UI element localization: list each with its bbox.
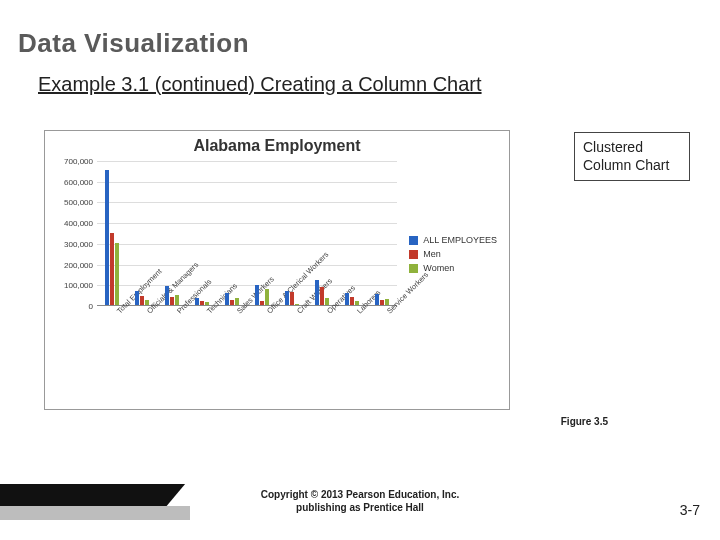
bar-women — [175, 295, 179, 305]
bar-men — [380, 300, 384, 305]
y-tick-label: 200,000 — [64, 260, 93, 269]
legend-label: Women — [423, 263, 454, 273]
bar-all — [345, 293, 349, 305]
subtitle: Example 3.1 (continued) Creating a Colum… — [0, 59, 720, 96]
bar-women — [265, 289, 269, 305]
y-tick-label: 700,000 — [64, 157, 93, 166]
legend-swatch — [409, 264, 418, 273]
grid-line — [97, 244, 397, 245]
bar-all — [195, 298, 199, 305]
page-title: Data Visualization — [0, 0, 720, 59]
bar-all — [375, 294, 379, 305]
y-tick-label: 300,000 — [64, 239, 93, 248]
y-tick-label: 100,000 — [64, 281, 93, 290]
legend-swatch — [409, 250, 418, 259]
callout-label: Clustered Column Chart — [574, 132, 690, 181]
y-tick-label: 0 — [89, 302, 93, 311]
grid-line — [97, 202, 397, 203]
legend-item: Men — [409, 249, 497, 259]
copyright-line2: publishing as Prentice Hall — [296, 502, 424, 513]
plot-area: 0100,000200,000300,000400,000500,000600,… — [97, 161, 397, 306]
legend-swatch — [409, 236, 418, 245]
bar-men — [350, 297, 354, 305]
y-tick-label: 400,000 — [64, 219, 93, 228]
legend-label: ALL EMPLOYEES — [423, 235, 497, 245]
bar-men — [260, 301, 264, 305]
bar-all — [225, 293, 229, 305]
bar-men — [170, 297, 174, 305]
y-tick-label: 500,000 — [64, 198, 93, 207]
bar-men — [200, 301, 204, 305]
bar-all — [165, 286, 169, 305]
bar-men — [230, 300, 234, 305]
bar-all — [285, 291, 289, 306]
bar-men — [290, 292, 294, 305]
bar-all — [135, 291, 139, 306]
legend-item: Women — [409, 263, 497, 273]
grid-line — [97, 265, 397, 266]
bar-men — [140, 296, 144, 305]
copyright: Copyright © 2013 Pearson Education, Inc.… — [0, 488, 720, 514]
bar-all — [315, 280, 319, 305]
bar-men — [110, 233, 114, 306]
grid-line — [97, 161, 397, 162]
chart-title: Alabama Employment — [45, 131, 509, 157]
figure-label: Figure 3.5 — [561, 416, 608, 427]
copyright-line1: Copyright © 2013 Pearson Education, Inc. — [261, 489, 460, 500]
legend: ALL EMPLOYEESMenWomen — [409, 231, 497, 277]
x-tick-label: Officials & Managers — [145, 260, 200, 315]
grid-line — [97, 182, 397, 183]
bar-all — [255, 285, 259, 305]
bar-men — [320, 287, 324, 305]
chart-container: Alabama Employment 0100,000200,000300,00… — [44, 130, 510, 410]
legend-item: ALL EMPLOYEES — [409, 235, 497, 245]
grid-line — [97, 223, 397, 224]
y-tick-label: 600,000 — [64, 177, 93, 186]
bar-women — [115, 243, 119, 305]
legend-label: Men — [423, 249, 441, 259]
bar-all — [105, 170, 109, 305]
page-number: 3-7 — [680, 502, 700, 518]
